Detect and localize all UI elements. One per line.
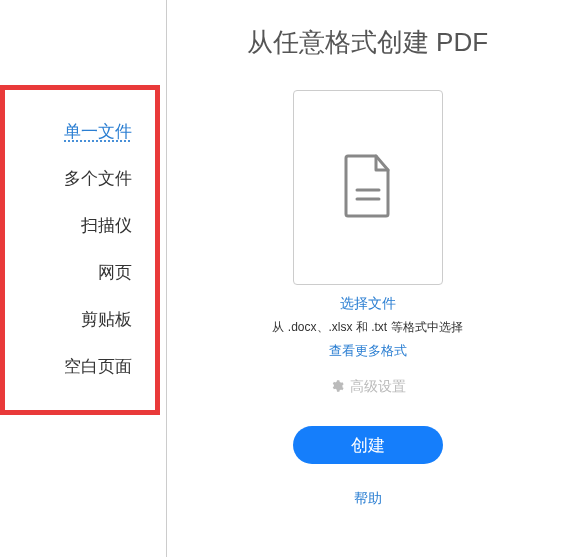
vertical-divider <box>166 0 167 557</box>
file-dropzone[interactable] <box>293 90 443 285</box>
main-panel: 从任意格式创建 PDF 选择文件 从 .docx、.xlsx 和 .txt 等格… <box>160 0 575 557</box>
advanced-settings-link[interactable]: 高级设置 <box>330 378 406 396</box>
advanced-settings-label: 高级设置 <box>350 378 406 396</box>
page-title: 从任意格式创建 PDF <box>247 25 488 60</box>
more-formats-link[interactable]: 查看更多格式 <box>329 342 407 360</box>
sidebar-item-blank-page[interactable]: 空白页面 <box>5 355 140 378</box>
help-link[interactable]: 帮助 <box>354 490 382 508</box>
gear-icon <box>330 379 344 396</box>
sidebar-item-multiple-files[interactable]: 多个文件 <box>5 167 140 190</box>
sidebar-item-webpage[interactable]: 网页 <box>5 261 140 284</box>
sidebar-item-scanner[interactable]: 扫描仪 <box>5 214 140 237</box>
create-button[interactable]: 创建 <box>293 426 443 464</box>
sidebar: 单一文件 多个文件 扫描仪 网页 剪贴板 空白页面 <box>0 85 160 415</box>
document-icon <box>342 154 394 222</box>
sidebar-item-single-file[interactable]: 单一文件 <box>5 120 140 143</box>
sidebar-item-clipboard[interactable]: 剪贴板 <box>5 308 140 331</box>
format-hint-text: 从 .docx、.xlsx 和 .txt 等格式中选择 <box>272 319 462 336</box>
select-file-link[interactable]: 选择文件 <box>340 295 396 313</box>
